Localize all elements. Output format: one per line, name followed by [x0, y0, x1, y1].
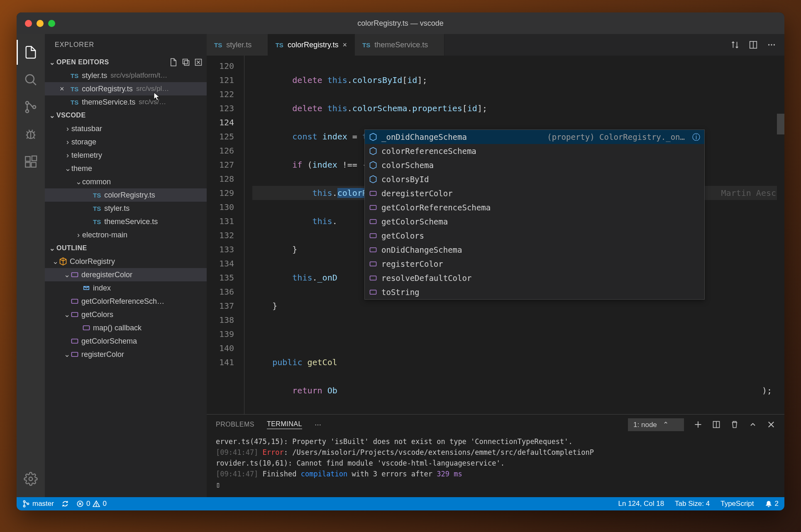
compare-icon[interactable] — [730, 40, 740, 49]
file-name: themeService.ts — [82, 98, 135, 107]
line-number: 141 — [207, 355, 234, 369]
open-editor-item[interactable]: ×TScolorRegistry.tssrc/vs/pl… — [45, 82, 207, 95]
close-panel-icon[interactable] — [767, 420, 775, 429]
debug-activity[interactable] — [17, 122, 45, 147]
minimize-window-button[interactable] — [37, 20, 44, 27]
outline-item[interactable]: ⌄registerColor — [45, 348, 207, 361]
maximize-panel-icon[interactable] — [749, 420, 757, 429]
file-name: colorRegistry.ts — [82, 85, 133, 93]
line-number: 137 — [207, 299, 234, 313]
mth-icon — [71, 337, 79, 345]
tab-bar: TSstyler.ts×TScolorRegistry.ts×TSthemeSe… — [207, 34, 784, 56]
folder-item[interactable]: ⌄common — [45, 175, 207, 188]
folder-item[interactable]: ⌄theme — [45, 162, 207, 175]
search-activity[interactable] — [17, 67, 45, 92]
outline-item[interactable]: map() callback — [45, 321, 207, 334]
terminal-body[interactable]: erver.ts(475,15): Property 'isBuilt' doe… — [207, 434, 784, 497]
folder-item[interactable]: ›electron-main — [45, 228, 207, 242]
panel-tab-bar: PROBLEMS TERMINAL ⋯ 1: node ⌃ — [207, 415, 784, 434]
tree-label: statusbar — [71, 124, 102, 133]
outline-item[interactable]: getColorReferenceSch… — [45, 295, 207, 308]
method-icon — [369, 232, 377, 240]
kill-terminal-icon[interactable] — [730, 420, 739, 429]
tab-terminal[interactable]: TERMINAL — [267, 420, 302, 429]
suggestion-item[interactable]: colorReferenceSchema — [365, 144, 704, 158]
notifications[interactable]: 2 — [765, 500, 779, 508]
problems-status[interactable]: 0 0 — [76, 500, 107, 508]
suggestion-item[interactable]: toString — [365, 285, 704, 299]
tab-size[interactable]: Tab Size: 4 — [675, 500, 710, 508]
var-icon — [82, 284, 90, 292]
close-window-button[interactable] — [25, 20, 32, 27]
extensions-activity[interactable] — [17, 149, 45, 174]
suggestion-item[interactable]: colorSchema — [365, 158, 704, 172]
outline-item[interactable]: ⌄getColors — [45, 308, 207, 321]
files-icon — [24, 45, 38, 59]
code-editor[interactable]: 1201211221231241251261271281291301311321… — [207, 56, 784, 414]
tab-problems[interactable]: PROBLEMS — [216, 421, 254, 428]
split-editor-icon[interactable] — [749, 40, 758, 49]
chevron-icon: ⌄ — [63, 350, 71, 359]
info-icon[interactable]: ⓘ — [692, 130, 700, 144]
suggestion-item[interactable]: registerColor — [365, 257, 704, 271]
suggestion-item[interactable]: resolveDefaultColor — [365, 271, 704, 285]
minimap-slider[interactable] — [777, 114, 784, 134]
outline-item[interactable]: ⌄ColorRegistry — [45, 255, 207, 268]
outline-item[interactable]: getColorSchema — [45, 334, 207, 348]
close-all-icon[interactable] — [194, 58, 203, 66]
suggestion-item[interactable]: getColorReferenceSchema — [365, 200, 704, 215]
outline-item[interactable]: index — [45, 281, 207, 295]
workspace-header[interactable]: ⌄ VSCODE — [45, 109, 207, 122]
more-icon[interactable]: ⋯ — [315, 421, 321, 429]
suggestion-item[interactable]: _onDidChangeSchema(property) ColorRegist… — [365, 130, 704, 144]
outline-header[interactable]: ⌄ OUTLINE — [45, 242, 207, 255]
more-icon[interactable] — [767, 40, 776, 49]
open-editors-header[interactable]: ⌄ OPEN EDITORS — [45, 56, 207, 69]
git-blame: Martin Aesc — [721, 186, 776, 200]
suggestion-label: getColorReferenceSchema — [381, 200, 491, 215]
outline-item[interactable]: ⌄deregisterColor — [45, 268, 207, 281]
outline-label: map() callback — [93, 324, 142, 332]
editor-tab[interactable]: TSthemeService.ts× — [355, 34, 444, 56]
cursor-position[interactable]: Ln 124, Col 18 — [618, 500, 664, 508]
line-gutter: 1201211221231241251261271281291301311321… — [207, 56, 244, 414]
sync-button[interactable] — [61, 500, 69, 508]
folder-item[interactable]: ›telemetry — [45, 149, 207, 162]
folder-item[interactable]: ›statusbar — [45, 122, 207, 135]
file-item[interactable]: TSthemeService.ts — [45, 215, 207, 228]
save-all-icon[interactable] — [182, 58, 190, 66]
explorer-activity[interactable] — [17, 40, 45, 65]
new-terminal-icon[interactable] — [694, 420, 702, 429]
split-terminal-icon[interactable] — [712, 420, 720, 429]
close-icon[interactable]: × — [60, 85, 67, 93]
scm-branch[interactable]: master — [22, 500, 54, 508]
zoom-window-button[interactable] — [48, 20, 55, 27]
folder-item[interactable]: ›storage — [45, 135, 207, 149]
close-tab-icon[interactable]: × — [343, 41, 347, 49]
chevron-icon: › — [64, 124, 71, 133]
suggestion-widget[interactable]: _onDidChangeSchema(property) ColorRegist… — [364, 129, 705, 300]
terminal-select[interactable]: 1: node ⌃ — [628, 418, 684, 431]
line-number: 127 — [207, 158, 234, 172]
language-mode[interactable]: TypeScript — [720, 500, 754, 508]
open-editor-item[interactable]: TSthemeService.tssrc/vs/… — [45, 95, 207, 109]
open-editor-item[interactable]: TSstyler.tssrc/vs/platform/t… — [45, 69, 207, 82]
suggestion-item[interactable]: onDidChangeSchema — [365, 243, 704, 257]
status-bar: master 0 0 Ln 124, Col 18 Tab Size: 4 Ty… — [17, 497, 784, 510]
suggestion-item[interactable]: getColors — [365, 229, 704, 243]
settings-activity[interactable] — [17, 466, 45, 491]
suggestion-item[interactable]: deregisterColor — [365, 186, 704, 200]
file-item[interactable]: TScolorRegistry.ts — [45, 188, 207, 202]
suggestion-item[interactable]: getColorSchema — [365, 215, 704, 229]
editor-tab[interactable]: TScolorRegistry.ts× — [268, 34, 355, 56]
editor-tab[interactable]: TSstyler.ts× — [207, 34, 268, 56]
suggestion-item[interactable]: colorsById — [365, 172, 704, 186]
file-item[interactable]: TSstyler.ts — [45, 202, 207, 215]
minimap[interactable] — [777, 56, 784, 414]
svg-point-58 — [96, 505, 97, 506]
code-area[interactable]: delete this.colorsById[id]; delete this.… — [244, 56, 784, 414]
scm-activity[interactable] — [17, 95, 45, 120]
outline-label: getColorSchema — [81, 337, 137, 346]
mth-icon — [71, 350, 79, 359]
new-file-icon[interactable] — [169, 58, 178, 66]
